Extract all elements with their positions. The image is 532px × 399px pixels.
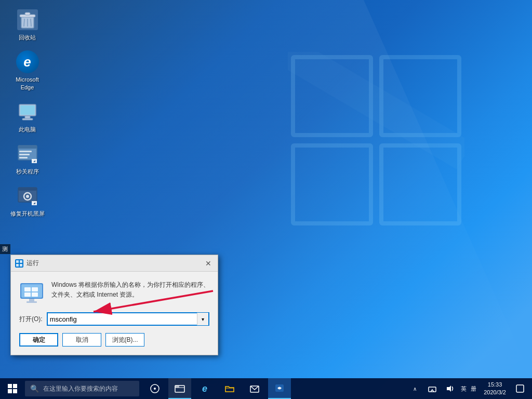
ime-text: 册 [471, 385, 476, 393]
svg-rect-2 [293, 145, 371, 223]
mail-taskbar-button[interactable] [243, 378, 266, 399]
taskbar-center-items: e [143, 378, 291, 399]
thispc-icon-desktop[interactable]: 此电脑 [8, 97, 47, 135]
run-dialog-icon [19, 280, 44, 305]
systray-expand-button[interactable]: ∧ [407, 378, 422, 399]
svg-rect-16 [20, 105, 35, 115]
file-explorer-taskbar-button[interactable] [168, 378, 191, 399]
svg-rect-20 [18, 145, 37, 149]
taskbar-clock[interactable]: 15:33 2020/3/2 [480, 378, 510, 399]
svg-rect-47 [13, 384, 17, 388]
run-dialog: 运行 ✕ [10, 255, 218, 355]
taskbar-systray: ∧ 英 册 [407, 378, 532, 399]
dialog-top-section: Windows 将根据你所输入的名称，为你打开相应的程序、文件夹、文档或 Int… [19, 280, 209, 305]
recycle-bin-icon[interactable]: 回收站 [8, 5, 47, 43]
folder-icon [224, 384, 235, 393]
search-icon: 🔍 [30, 384, 39, 393]
svg-rect-40 [24, 292, 31, 297]
desktop-icons-container: 回收站 e Microsoft Edge 此电脑 [8, 5, 47, 220]
svg-line-14 [31, 19, 31, 26]
dialog-input-wrapper[interactable]: ▾ [47, 312, 209, 326]
clock-date: 2020/3/2 [484, 389, 506, 396]
dialog-desc-text: Windows 将根据你所输入的名称，为你打开相应的程序、文件夹、文档或 Int… [51, 281, 209, 298]
ime-indicator[interactable]: 册 [470, 378, 477, 399]
dialog-title-left: 运行 [15, 259, 39, 268]
run-icon-small [16, 260, 22, 267]
dialog-browse-button[interactable]: 浏览(B)... [105, 333, 144, 347]
files-taskbar-button[interactable] [218, 378, 241, 399]
svg-rect-38 [24, 287, 31, 291]
shortcut2-svg [16, 184, 39, 207]
svg-point-29 [26, 195, 29, 198]
clock-time: 15:33 [488, 381, 502, 389]
taskbar-search-box[interactable]: 🔍 在这里输入你要搜索的内容 [25, 381, 139, 396]
svg-rect-33 [20, 260, 22, 263]
svg-rect-46 [8, 384, 12, 388]
svg-rect-22 [19, 154, 30, 155]
language-indicator[interactable]: 英 [460, 378, 468, 399]
svg-rect-39 [32, 287, 38, 291]
start-button[interactable] [0, 378, 25, 399]
network-icon[interactable] [424, 378, 440, 399]
svg-rect-27 [18, 188, 37, 191]
edge-taskbar-icon: e [202, 383, 207, 394]
svg-rect-3 [381, 145, 459, 223]
svg-marker-57 [447, 385, 451, 392]
svg-rect-21 [19, 151, 32, 152]
run-icon-svg [19, 280, 44, 305]
dialog-input-row: 打开(O): ▾ [19, 312, 209, 326]
svg-rect-18 [22, 118, 33, 120]
language-text: 英 [461, 385, 467, 393]
dialog-open-label: 打开(O): [19, 315, 43, 324]
desktop: 回收站 e Microsoft Edge 此电脑 [0, 0, 532, 399]
svg-rect-41 [32, 292, 38, 297]
left-edge-label: 测 [0, 244, 10, 254]
recycle-bin-label: 回收站 [19, 34, 36, 41]
svg-line-12 [24, 19, 24, 26]
windows-start-icon [8, 384, 17, 393]
svg-rect-49 [13, 389, 17, 393]
ie-taskbar-button[interactable] [268, 378, 291, 399]
shortcut1-svg [16, 142, 39, 165]
dialog-titlebar: 运行 ✕ [11, 255, 218, 272]
svg-rect-17 [25, 116, 30, 118]
shortcut1-icon[interactable]: 秒关程序 [8, 139, 47, 177]
volume-svg [446, 385, 454, 392]
svg-rect-34 [16, 264, 19, 267]
svg-rect-1 [381, 57, 459, 135]
dialog-description: Windows 将根据你所输入的名称，为你打开相应的程序、文件夹、文档或 Int… [51, 280, 209, 300]
thispc-label: 此电脑 [19, 126, 36, 133]
svg-rect-48 [8, 389, 12, 393]
edge-label: Microsoft Edge [16, 76, 39, 91]
notification-center-button[interactable] [512, 378, 528, 399]
shortcut2-icon[interactable]: 修复开机黑屏 [8, 181, 47, 219]
run-dropdown-button[interactable]: ▾ [197, 313, 208, 325]
edge-icon-img: e [16, 50, 39, 73]
dialog-cancel-button[interactable]: 取消 [62, 333, 101, 347]
svg-rect-23 [19, 157, 28, 158]
task-view-button[interactable] [143, 378, 166, 399]
edge-icon-desktop[interactable]: e Microsoft Edge [8, 47, 47, 93]
svg-rect-42 [29, 299, 34, 301]
windows-logo-bg [288, 52, 464, 229]
network-svg [428, 385, 436, 392]
svg-rect-32 [16, 260, 19, 263]
svg-line-4 [288, 52, 464, 156]
dialog-buttons-row: 确定 取消 浏览(B)... [19, 333, 209, 347]
dialog-close-button[interactable]: ✕ [203, 258, 214, 269]
search-placeholder-text: 在这里输入你要搜索的内容 [43, 384, 118, 393]
file-explorer-icon [175, 383, 185, 393]
dialog-ok-button[interactable]: 确定 [19, 333, 58, 347]
svg-rect-35 [20, 264, 22, 267]
shortcut1-label: 秒关程序 [16, 168, 39, 175]
svg-rect-43 [26, 301, 37, 303]
dialog-body: Windows 将根据你所输入的名称，为你打开相应的程序、文件夹、文档或 Int… [11, 272, 218, 355]
run-input-field[interactable] [48, 314, 197, 324]
svg-rect-0 [293, 57, 371, 135]
shortcut2-label: 修复开机黑屏 [10, 210, 45, 217]
svg-point-51 [154, 388, 156, 390]
edge-taskbar-button[interactable]: e [193, 378, 216, 399]
svg-rect-58 [516, 385, 524, 392]
volume-icon[interactable] [442, 378, 458, 399]
svg-rect-11 [25, 12, 30, 15]
